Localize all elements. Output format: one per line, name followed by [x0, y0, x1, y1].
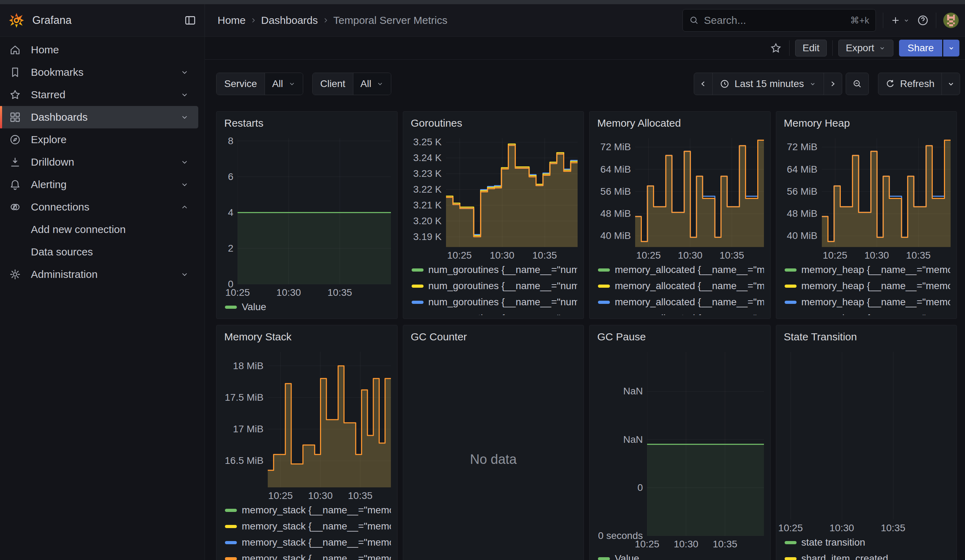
time-range-picker[interactable]: Last 15 minutes — [712, 73, 824, 95]
plot-area[interactable] — [446, 138, 577, 247]
plot-area[interactable] — [237, 138, 391, 284]
legend-item[interactable]: memory_heap {__name__="memory_h — [782, 262, 950, 278]
legend-item[interactable]: num_goroutines {__name__="num_go — [409, 310, 577, 315]
filter-value-dropdown[interactable]: All — [353, 73, 391, 95]
legend-item[interactable]: num_goroutines {__name__="num_go — [409, 294, 577, 310]
time-shift-back-button[interactable] — [694, 73, 712, 95]
export-button[interactable]: Export — [838, 40, 893, 57]
sidebar-item-explore[interactable]: Explore — [0, 129, 198, 151]
y-tick-label: 72 MiB — [600, 141, 631, 153]
legend-item[interactable]: memory_heap {__name__="memory_h — [782, 278, 950, 294]
sidebar-item-connections[interactable]: Connections — [0, 196, 198, 218]
search-field[interactable] — [704, 15, 846, 26]
chevron-down-icon[interactable] — [180, 90, 189, 99]
panel-memory-stack: Memory Stack18 MiB17.5 MiB17 MiB16.5 MiB… — [216, 325, 397, 560]
sidebar-item-home[interactable]: Home — [0, 39, 198, 61]
favorite-star-button[interactable] — [768, 40, 783, 56]
legend-item[interactable]: Value — [596, 550, 764, 560]
sidebar-item-dashboards[interactable]: Dashboards — [0, 106, 198, 129]
breadcrumb-item[interactable]: Home — [218, 15, 245, 26]
legend-label: memory_stack {__name__="memory_s — [242, 553, 391, 560]
plot-area[interactable] — [635, 138, 764, 247]
legend-item[interactable]: memory_allocated {__name__="memo — [596, 278, 764, 294]
divider — [789, 40, 790, 56]
panel-title[interactable]: Memory Heap — [784, 117, 950, 129]
x-tick-label: 10:35 — [872, 522, 914, 534]
legend-label: memory_heap {__name__="memory_h — [801, 297, 950, 308]
time-shift-forward-button[interactable] — [824, 73, 842, 95]
sidebar-item-bookmarks[interactable]: Bookmarks — [0, 61, 198, 83]
sidebar-item-alerting[interactable]: Alerting — [0, 173, 198, 196]
grafana-logo-icon[interactable] — [8, 12, 25, 28]
panel-title[interactable]: Restarts — [224, 117, 391, 129]
sidebar-item-data-sources[interactable]: Data sources — [0, 241, 198, 263]
refresh-button[interactable]: Refresh — [878, 73, 942, 95]
chart-area: 3.25 K3.24 K3.23 K3.22 K3.21 K3.20 K3.19… — [409, 138, 577, 247]
legend-item[interactable]: memory_allocated {__name__="memo — [596, 294, 764, 310]
breadcrumb-item[interactable]: Temporal Server Metrics — [334, 15, 447, 26]
share-dropdown-button[interactable] — [943, 40, 959, 57]
legend-item[interactable]: memory_heap {__name__="memory_h — [782, 294, 950, 310]
legend-item[interactable]: memory_heap {__name__="memory_h — [782, 310, 950, 315]
sidebar-item-label: Add new connection — [31, 224, 189, 235]
legend-item[interactable]: memory_stack {__name__="memory_s — [223, 534, 391, 550]
zoom-out-button[interactable] — [846, 73, 869, 95]
chevron-down-icon[interactable] — [180, 158, 189, 167]
star-icon — [9, 89, 21, 101]
filter-service: ServiceAll — [216, 73, 303, 95]
plot-area[interactable] — [647, 352, 764, 536]
legend-label: memory_stack {__name__="memory_s — [242, 521, 391, 532]
legend-color-swatch — [412, 268, 424, 272]
legend-item[interactable]: state transition — [782, 534, 950, 550]
add-new-button[interactable] — [890, 15, 910, 26]
breadcrumb: HomeDashboardsTemporal Server Metrics — [205, 15, 447, 26]
x-tick-label: 10:25 — [216, 287, 258, 298]
refresh-interval-dropdown[interactable] — [942, 73, 960, 95]
time-controls: Last 15 minutes — [694, 73, 960, 95]
panel-title[interactable]: Goroutines — [411, 117, 577, 129]
legend-item[interactable]: memory_allocated {__name__="memo — [596, 262, 764, 278]
sidebar-item-administration[interactable]: Administration — [0, 263, 198, 286]
panel-title[interactable]: State Transition — [784, 331, 950, 343]
legend-item[interactable]: Value — [223, 299, 391, 315]
user-avatar[interactable] — [943, 13, 959, 28]
sidebar-item-starred[interactable]: Starred — [0, 83, 198, 106]
legend-item[interactable]: memory_allocated {__name__="memo — [596, 310, 764, 315]
sidebar-item-drilldown[interactable]: Drilldown — [0, 151, 198, 173]
x-tick-label: 10:30 — [268, 287, 310, 298]
legend-item[interactable]: shard_item_created — [782, 550, 950, 560]
help-button[interactable] — [917, 15, 929, 26]
legend-item[interactable]: memory_stack {__name__="memory_s — [223, 550, 391, 560]
legend-color-swatch — [225, 525, 237, 528]
panel-title[interactable]: GC Counter — [411, 331, 577, 343]
legend-color-swatch — [785, 541, 797, 544]
legend-item[interactable]: memory_stack {__name__="memory_s — [223, 502, 391, 518]
x-tick-label: 10:35 — [319, 287, 361, 298]
chevron-down-icon[interactable] — [180, 270, 189, 279]
sidebar-item-add-new-connection[interactable]: Add new connection — [0, 218, 198, 241]
sidebar-toggle-icon[interactable] — [184, 15, 196, 26]
plot-area[interactable] — [782, 352, 950, 520]
share-button[interactable]: Share — [899, 40, 942, 57]
panel-title[interactable]: Memory Stack — [224, 331, 391, 343]
x-tick-label: 10:30 — [855, 250, 898, 261]
panel-title[interactable]: GC Pause — [597, 331, 764, 343]
plot-area[interactable] — [268, 352, 391, 487]
chevron-down-icon[interactable] — [180, 180, 189, 189]
panel-title[interactable]: Memory Allocated — [597, 117, 764, 129]
chevron-down-icon[interactable] — [180, 113, 189, 122]
legend-item[interactable]: num_goroutines {__name__="num_go — [409, 262, 577, 278]
plot-area[interactable] — [822, 138, 950, 247]
breadcrumb-item[interactable]: Dashboards — [261, 15, 318, 26]
legend-color-swatch — [598, 268, 610, 272]
legend-label: memory_heap {__name__="memory_h — [801, 264, 950, 276]
legend-item[interactable]: memory_stack {__name__="memory_s — [223, 518, 391, 534]
angle-left-icon — [698, 79, 708, 88]
legend-label: Value — [242, 301, 267, 313]
chevron-up-icon[interactable] — [180, 202, 189, 212]
filter-value-dropdown[interactable]: All — [265, 73, 303, 95]
legend-item[interactable]: num_goroutines {__name__="num_go — [409, 278, 577, 294]
edit-button[interactable]: Edit — [795, 40, 827, 57]
chevron-down-icon[interactable] — [180, 68, 189, 77]
search-input[interactable]: ⌘+k — [682, 9, 876, 31]
